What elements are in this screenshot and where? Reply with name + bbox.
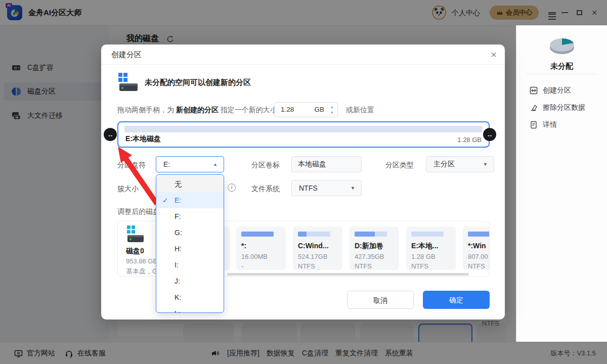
usage-bar xyxy=(411,232,444,237)
dropdown-option-g[interactable]: G: xyxy=(156,224,224,241)
partition-card[interactable]: D:新加卷 427.35GB NTFS xyxy=(350,226,399,270)
dialog-title: 创建分区 xyxy=(111,44,142,65)
dim-overlay-bottom xyxy=(0,342,607,364)
dropdown-option-e[interactable]: ✓ E: xyxy=(156,192,224,208)
dialog-header: 创建分区 × xyxy=(101,44,505,65)
dialog-close-button[interactable]: × xyxy=(491,44,497,65)
action-details[interactable]: 详情 xyxy=(530,119,557,131)
confirm-button[interactable]: 确定 xyxy=(423,291,490,309)
drive-letter-dropdown: 无 ✓ E: F: G: H: I: J: K: L: xyxy=(156,174,224,313)
dialog-subtitle: 未分配的空间可以创建新的分区 xyxy=(145,78,251,87)
unallocated-title: 未分配 xyxy=(516,62,607,71)
dropdown-option-j[interactable]: J: xyxy=(156,273,224,289)
size-stepper[interactable]: ▲▼ xyxy=(330,104,334,115)
disk-kind: 基本盘，G xyxy=(126,267,157,276)
partition-usage-strip xyxy=(124,126,483,132)
cancel-button[interactable]: 取消 xyxy=(347,291,414,309)
file-system-select[interactable]: NTFS ▼ xyxy=(291,180,362,196)
info-icon[interactable]: i xyxy=(228,184,236,192)
partition-size-bar: E:本地磁盘 1.28 GB xyxy=(117,121,490,148)
left-resize-handle[interactable]: ↔ xyxy=(104,128,117,141)
disk-drive-icon xyxy=(117,73,139,92)
partition-type-select[interactable]: 主分区 ▼ xyxy=(426,156,494,172)
dropdown-option-none[interactable]: 无 xyxy=(156,176,224,192)
size-hint-text: 拖动两侧手柄，为 新创建的分区 指定一个新的大小 xyxy=(117,106,277,115)
dropdown-option-h[interactable]: H: xyxy=(156,241,224,257)
divider xyxy=(526,74,598,74)
drive-letter-label: 分区盘符 xyxy=(117,161,146,170)
disk-panel-scrollbar[interactable] xyxy=(227,273,469,276)
adjusted-disk-label: 调整后的磁盘 xyxy=(117,207,160,216)
partition-type-label: 分区类型 xyxy=(385,161,414,170)
volume-label-input[interactable]: 本地磁盘 xyxy=(291,156,362,172)
dropdown-option-k[interactable]: K: xyxy=(156,289,224,305)
size-input[interactable]: 1.28 GB ▲▼ xyxy=(274,102,338,117)
right-action-panel: 未分配 创建分区 擦除分区数据 详情 xyxy=(516,25,607,342)
partition-card[interactable]: E:本地... 1.28 GB NTFS xyxy=(406,226,456,270)
usage-bar xyxy=(355,232,387,237)
usage-bar xyxy=(298,232,330,237)
partition-card[interactable]: *:Win 807.00 NTFS xyxy=(463,226,490,270)
dim-overlay-top xyxy=(0,0,607,25)
drive-letter-select[interactable]: E: ▲ xyxy=(156,156,224,172)
create-partition-icon xyxy=(530,86,538,95)
volume-label-label: 分区卷标 xyxy=(251,161,280,170)
size-unit: GB xyxy=(314,103,324,117)
file-system-label: 文件系统 xyxy=(251,185,280,194)
dropdown-option-l[interactable]: L: xyxy=(156,305,224,313)
caret-down-icon: ▼ xyxy=(483,162,488,167)
dropdown-option-f[interactable]: F: xyxy=(156,208,224,224)
partition-bar-size: 1.28 GB xyxy=(457,136,482,144)
disk-name: 磁盘0 xyxy=(126,247,144,256)
eraser-icon xyxy=(530,104,538,112)
check-icon: ✓ xyxy=(162,192,168,208)
right-resize-handle[interactable]: ↔ xyxy=(483,128,496,141)
partition-card[interactable]: C:Wind... 524.17GB NTFS xyxy=(293,226,342,270)
caret-up-icon: ▲ xyxy=(213,162,218,167)
partition-bar-label: E:本地磁盘 xyxy=(125,134,161,144)
dialog-subtitle-row: 未分配的空间可以创建新的分区 xyxy=(117,73,251,92)
disk-capacity: 953.86 GB xyxy=(126,257,157,265)
partition-card[interactable]: *: 16.00MB - xyxy=(236,226,286,270)
cluster-size-label: 簇大小 xyxy=(117,185,139,194)
dropdown-option-i[interactable]: I: xyxy=(156,257,224,273)
action-erase-partition[interactable]: 擦除分区数据 xyxy=(530,102,585,114)
size-value: 1.28 xyxy=(281,103,294,117)
caret-down-icon: ▼ xyxy=(351,186,355,191)
unallocated-pie-icon xyxy=(548,34,576,57)
action-create-partition[interactable]: 创建分区 xyxy=(530,84,571,97)
size-hint-tail: 或新位置 xyxy=(346,106,374,115)
usage-bar xyxy=(241,232,274,237)
disk0-icon xyxy=(126,225,144,244)
document-icon xyxy=(530,121,538,129)
usage-bar xyxy=(468,232,490,237)
